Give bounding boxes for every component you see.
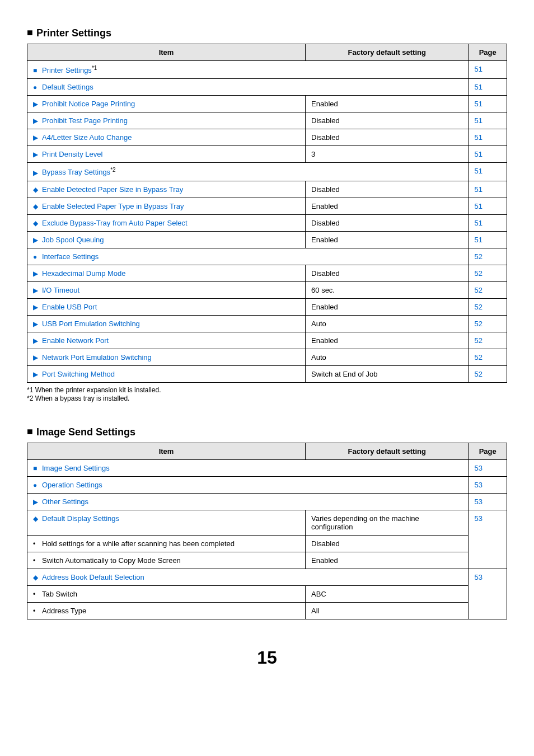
item-cell[interactable]: ▶Network Port Emulation Switching xyxy=(27,349,306,365)
item-cell[interactable]: ▶Other Settings xyxy=(27,493,469,510)
page-cell[interactable]: 51 xyxy=(469,163,507,181)
item-cell[interactable]: ▶I/O Timeout xyxy=(27,281,306,298)
item-label[interactable]: Printer Settings xyxy=(42,66,92,74)
page-cell[interactable]: 53 xyxy=(469,459,507,476)
item-label[interactable]: Default Settings xyxy=(42,83,93,91)
item-label[interactable]: Prohibit Test Page Printing xyxy=(42,116,128,125)
square-icon: ■ xyxy=(27,426,33,438)
item-label[interactable]: Bypass Tray Settings xyxy=(42,168,110,177)
item-label[interactable]: Address Book Default Selection xyxy=(42,573,144,581)
item-label[interactable]: Interface Settings xyxy=(42,252,99,261)
page-link[interactable]: 51 xyxy=(474,185,482,194)
col-factory: Factory default setting xyxy=(306,44,469,61)
page-cell[interactable]: 51 xyxy=(469,112,507,129)
page-link[interactable]: 52 xyxy=(474,269,482,278)
item-cell[interactable]: ▶Bypass Tray Settings*2 xyxy=(27,163,469,181)
page-cell[interactable]: 52 xyxy=(469,248,507,265)
page-link[interactable]: 53 xyxy=(474,481,482,489)
page-link[interactable]: 51 xyxy=(474,167,482,175)
item-label[interactable]: Prohibit Notice Page Printing xyxy=(42,100,135,108)
item-cell[interactable]: ◆Default Display Settings xyxy=(27,510,306,535)
item-cell[interactable]: ■Image Send Settings xyxy=(27,459,469,476)
item-label[interactable]: Other Settings xyxy=(42,497,88,506)
item-cell[interactable]: ■Printer Settings*1 xyxy=(27,61,469,79)
page-cell[interactable]: 52 xyxy=(469,349,507,365)
bullet-icon: ● xyxy=(33,481,41,489)
item-label[interactable]: Port Switching Method xyxy=(42,370,115,378)
page-cell[interactable]: 52 xyxy=(469,265,507,281)
page-cell[interactable]: 52 xyxy=(469,281,507,298)
page-link[interactable]: 52 xyxy=(474,370,482,378)
page-link[interactable]: 51 xyxy=(474,100,482,108)
item-label[interactable]: Enable Detected Paper Size in Bypass Tra… xyxy=(42,185,183,194)
page-cell[interactable]: 52 xyxy=(469,315,507,332)
page-link[interactable]: 51 xyxy=(474,65,482,73)
page-cell[interactable]: 53 xyxy=(469,510,507,569)
page-cell[interactable]: 51 xyxy=(469,96,507,112)
item-cell[interactable]: ●Interface Settings xyxy=(27,248,469,265)
item-cell[interactable]: ▶Prohibit Notice Page Printing xyxy=(27,96,306,112)
page-link[interactable]: 51 xyxy=(474,202,482,210)
item-cell[interactable]: ◆Enable Detected Paper Size in Bypass Tr… xyxy=(27,181,306,198)
page-link[interactable]: 51 xyxy=(474,236,482,244)
item-cell[interactable]: ▶A4/Letter Size Auto Change xyxy=(27,129,306,146)
page-cell[interactable]: 51 xyxy=(469,146,507,163)
item-cell[interactable]: ◆Exclude Bypass-Tray from Auto Paper Sel… xyxy=(27,214,306,231)
page-cell[interactable]: 51 xyxy=(469,79,507,96)
page-link[interactable]: 51 xyxy=(474,116,482,125)
item-cell[interactable]: ▶USB Port Emulation Switching xyxy=(27,315,306,332)
item-cell[interactable]: ◆Address Book Default Selection xyxy=(27,569,469,585)
item-label[interactable]: Default Display Settings xyxy=(42,514,119,523)
item-label[interactable]: Enable USB Port xyxy=(42,303,97,311)
page-link[interactable]: 51 xyxy=(474,219,482,227)
page-link[interactable]: 52 xyxy=(474,286,482,294)
page-link[interactable]: 51 xyxy=(474,150,482,158)
item-cell: •Hold settings for a while after scannin… xyxy=(27,535,306,552)
page-link[interactable]: 52 xyxy=(474,303,482,311)
item-label[interactable]: Hexadecimal Dump Mode xyxy=(42,269,126,278)
item-cell[interactable]: ◆Enable Selected Paper Type in Bypass Tr… xyxy=(27,198,306,214)
item-label[interactable]: Exclude Bypass-Tray from Auto Paper Sele… xyxy=(42,219,188,227)
item-label[interactable]: Enable Network Port xyxy=(42,336,109,345)
page-link[interactable]: 53 xyxy=(474,497,482,506)
page-cell[interactable]: 51 xyxy=(469,231,507,248)
page-cell[interactable]: 53 xyxy=(469,476,507,493)
page-link[interactable]: 53 xyxy=(474,464,482,472)
item-cell[interactable]: ▶Job Spool Queuing xyxy=(27,231,306,248)
page-cell[interactable]: 51 xyxy=(469,129,507,146)
page-cell[interactable]: 53 xyxy=(469,569,507,619)
page-cell[interactable]: 51 xyxy=(469,181,507,198)
item-cell[interactable]: ▶Port Switching Method xyxy=(27,365,306,382)
page-cell[interactable]: 51 xyxy=(469,198,507,214)
item-label[interactable]: Enable Selected Paper Type in Bypass Tra… xyxy=(42,202,184,210)
page-link[interactable]: 52 xyxy=(474,353,482,361)
item-cell[interactable]: ●Operation Settings xyxy=(27,476,469,493)
page-cell[interactable]: 53 xyxy=(469,493,507,510)
item-label[interactable]: Job Spool Queuing xyxy=(42,236,104,244)
page-cell[interactable]: 52 xyxy=(469,298,507,315)
page-link[interactable]: 53 xyxy=(474,514,482,523)
item-label[interactable]: I/O Timeout xyxy=(42,286,79,294)
page-cell[interactable]: 51 xyxy=(469,214,507,231)
page-cell[interactable]: 52 xyxy=(469,332,507,349)
page-link[interactable]: 51 xyxy=(474,133,482,142)
item-label[interactable]: Operation Settings xyxy=(42,481,102,489)
page-link[interactable]: 52 xyxy=(474,252,482,261)
item-cell[interactable]: ▶Hexadecimal Dump Mode xyxy=(27,265,306,281)
page-cell[interactable]: 52 xyxy=(469,365,507,382)
item-label[interactable]: Image Send Settings xyxy=(42,464,110,472)
page-link[interactable]: 52 xyxy=(474,320,482,328)
item-label[interactable]: A4/Letter Size Auto Change xyxy=(42,133,132,142)
page-cell[interactable]: 51 xyxy=(469,61,507,79)
item-cell[interactable]: ▶Enable USB Port xyxy=(27,298,306,315)
item-cell[interactable]: ▶Print Density Level xyxy=(27,146,306,163)
item-cell[interactable]: ●Default Settings xyxy=(27,79,469,96)
item-cell[interactable]: ▶Prohibit Test Page Printing xyxy=(27,112,306,129)
page-link[interactable]: 52 xyxy=(474,336,482,345)
page-link[interactable]: 53 xyxy=(474,573,482,581)
page-link[interactable]: 51 xyxy=(474,83,482,91)
item-label[interactable]: Network Port Emulation Switching xyxy=(42,353,152,361)
item-label[interactable]: USB Port Emulation Switching xyxy=(42,320,140,328)
item-cell[interactable]: ▶Enable Network Port xyxy=(27,332,306,349)
item-label[interactable]: Print Density Level xyxy=(42,150,102,158)
